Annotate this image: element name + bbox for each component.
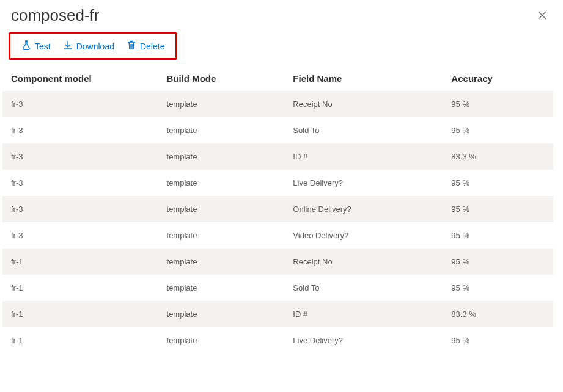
component-fields-table: Component model Build Mode Field Name Ac…: [2, 66, 553, 354]
download-button[interactable]: Download: [57, 38, 120, 54]
cell-model: fr-1: [2, 249, 158, 275]
flask-icon: [21, 40, 31, 52]
table-row[interactable]: fr-1templateLive Delivery?95 %: [2, 327, 553, 354]
cell-model: fr-3: [2, 222, 158, 249]
table-row[interactable]: fr-3templateSold To95 %: [2, 117, 553, 143]
table-row[interactable]: fr-3templateLive Delivery?95 %: [2, 170, 553, 196]
table-header-row: Component model Build Mode Field Name Ac…: [2, 66, 553, 91]
cell-model: fr-3: [2, 196, 158, 222]
table-row[interactable]: fr-1templateReceipt No95 %: [2, 249, 553, 275]
cell-build: template: [158, 301, 285, 327]
cell-field: Receipt No: [284, 91, 443, 117]
trash-icon: [127, 40, 136, 52]
col-header-accuracy[interactable]: Accuracy: [443, 66, 553, 91]
cell-field: Live Delivery?: [284, 170, 443, 196]
test-button[interactable]: Test: [15, 38, 57, 54]
cell-model: fr-1: [2, 301, 158, 327]
cell-build: template: [158, 170, 285, 196]
cell-model: fr-3: [2, 117, 158, 143]
cell-accuracy: 95 %: [443, 222, 553, 249]
table-row[interactable]: fr-3templateReceipt No95 %: [2, 91, 553, 117]
cell-build: template: [158, 117, 285, 143]
cell-build: template: [158, 249, 285, 275]
cell-build: template: [158, 275, 285, 301]
page-title: composed-fr: [11, 6, 532, 25]
cell-field: Online Delivery?: [284, 196, 443, 222]
cell-build: template: [158, 143, 285, 170]
table-row[interactable]: fr-1templateSold To95 %: [2, 275, 553, 301]
cell-accuracy: 83.3 %: [443, 143, 553, 170]
download-button-label: Download: [76, 42, 114, 51]
cell-build: template: [158, 222, 285, 249]
table-row[interactable]: fr-3templateOnline Delivery?95 %: [2, 196, 553, 222]
cell-accuracy: 95 %: [443, 170, 553, 196]
cell-model: fr-3: [2, 170, 158, 196]
col-header-model[interactable]: Component model: [2, 66, 158, 91]
cell-accuracy: 95 %: [443, 327, 553, 354]
cell-accuracy: 95 %: [443, 117, 553, 143]
pane-header: composed-fr: [0, 0, 563, 29]
cell-field: Live Delivery?: [284, 327, 443, 354]
action-toolbar: Test Download Delete: [9, 32, 177, 60]
cell-field: Receipt No: [284, 249, 443, 275]
table-scroll-region[interactable]: Component model Build Mode Field Name Ac…: [2, 66, 553, 392]
cell-field: Sold To: [284, 117, 443, 143]
cell-accuracy: 95 %: [443, 249, 553, 275]
test-button-label: Test: [35, 42, 51, 51]
cell-model: fr-3: [2, 91, 158, 117]
cell-model: fr-3: [2, 143, 158, 170]
delete-button[interactable]: Delete: [120, 38, 171, 54]
table-row[interactable]: fr-3templateID #83.3 %: [2, 143, 553, 170]
cell-accuracy: 83.3 %: [443, 301, 553, 327]
cell-field: ID #: [284, 301, 443, 327]
model-details-pane: composed-fr Test Download Delete: [0, 0, 563, 392]
cell-accuracy: 95 %: [443, 196, 553, 222]
cell-accuracy: 95 %: [443, 91, 553, 117]
cell-field: Video Delivery?: [284, 222, 443, 249]
table-row[interactable]: fr-3templateVideo Delivery?95 %: [2, 222, 553, 249]
cell-field: Sold To: [284, 275, 443, 301]
delete-button-label: Delete: [140, 42, 164, 51]
close-icon: [537, 9, 547, 23]
cell-accuracy: 95 %: [443, 275, 553, 301]
cell-field: ID #: [284, 143, 443, 170]
table-row[interactable]: fr-1templateID #83.3 %: [2, 301, 553, 327]
cell-build: template: [158, 91, 285, 117]
cell-build: template: [158, 327, 285, 354]
cell-model: fr-1: [2, 275, 158, 301]
cell-build: template: [158, 196, 285, 222]
close-button[interactable]: [532, 7, 552, 24]
col-header-build[interactable]: Build Mode: [158, 66, 285, 91]
cell-model: fr-1: [2, 327, 158, 354]
col-header-field[interactable]: Field Name: [284, 66, 443, 91]
download-icon: [63, 40, 73, 52]
